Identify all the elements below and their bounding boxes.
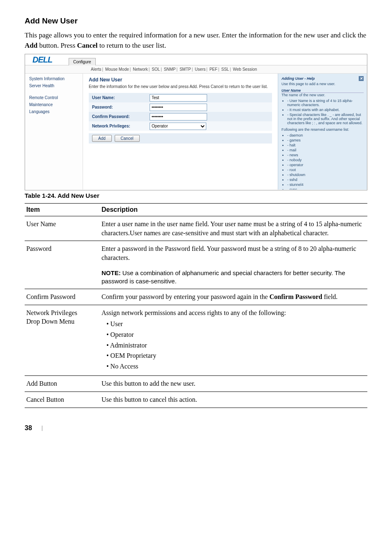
sidebar-item-system-info[interactable]: System Information — [25, 75, 83, 82]
username-input[interactable] — [150, 94, 207, 102]
password-label: Password: — [89, 103, 150, 111]
help-title: Adding User - Help — [281, 76, 315, 81]
subtab-web-session[interactable]: Web Session — [233, 67, 257, 72]
screenshot-sidebar: System Information Server Health Remote … — [25, 74, 83, 190]
help-reserved-item: - daemon — [287, 133, 364, 137]
help-section-username: User Name — [281, 88, 364, 93]
form-subtitle: Enter the information for the new user b… — [89, 84, 272, 89]
subtab-network[interactable]: Network — [133, 67, 148, 72]
help-reserved-item: - stunnel4 — [287, 183, 364, 187]
row-desc-password: Enter a password in the Password field. … — [100, 241, 367, 266]
help-reserved-item: - operator — [287, 163, 364, 167]
intro-text-2: button. Press — [37, 42, 77, 49]
dell-logo: DELL — [32, 55, 52, 65]
help-reserved-item: - halt — [287, 143, 364, 147]
intro-text-3: to return to the user list. — [98, 42, 166, 49]
help-bullet: - User Name is a string of 4 to 15 alpha… — [287, 99, 364, 107]
page-number: 38 — [25, 424, 367, 432]
intro-cancel-bold: Cancel — [77, 42, 98, 49]
screenshot-main: Add New User Enter the information for t… — [83, 74, 278, 190]
bullet-administrator: Administrator — [111, 341, 366, 352]
username-label: User Name: — [89, 94, 150, 102]
sidebar-item-maintenance[interactable]: Maintenance — [25, 101, 83, 108]
section-heading: Add New User — [25, 16, 367, 25]
row-item-username: User Name — [25, 216, 100, 241]
help-reserved-item: - mail — [287, 148, 364, 152]
subtab-alerts[interactable]: Alerts — [91, 67, 101, 72]
row-desc-add-button: Use this button to add the new user. — [100, 376, 367, 392]
subtab-row: Alerts| Mouse Mode| Network| SOL| SNMP| … — [25, 65, 367, 74]
subtab-pef[interactable]: PEF — [210, 67, 217, 72]
subtab-sol[interactable]: SOL — [152, 67, 160, 72]
row-item-add-button: Add Button — [25, 376, 100, 392]
sidebar-item-server-health[interactable]: Server Health — [25, 82, 83, 89]
subtab-mouse-mode[interactable]: Mouse Mode — [105, 67, 129, 72]
row-item-cancel-button: Cancel Button — [25, 392, 100, 408]
help-reserved-item: - shutdown — [287, 173, 364, 177]
bullet-user: User — [111, 320, 366, 330]
tab-configure[interactable]: Configure — [69, 58, 95, 65]
row-desc-network-privileges: Assign network permissions and access ri… — [100, 305, 367, 376]
confirm-password-input[interactable] — [150, 113, 207, 120]
sidebar-item-languages[interactable]: Languages — [25, 108, 83, 115]
bullet-no-access: No Access — [111, 362, 366, 373]
help-reserved-item: - sync — [287, 188, 364, 190]
row-item-password: Password — [25, 241, 100, 266]
help-reserved-item: - news — [287, 153, 364, 157]
form-title: Add New User — [89, 77, 272, 83]
row-note-password: NOTE: Use a combination of alphanumeric … — [100, 266, 367, 289]
col-header-item: Item — [25, 204, 100, 216]
help-reserved-item: - nobody — [287, 158, 364, 162]
screenshot-topbar: DELL Configure — [25, 54, 367, 65]
description-table: Item Description User Name Enter a user … — [25, 203, 367, 408]
cancel-button[interactable]: Cancel — [115, 135, 140, 142]
help-bullet: - It must starts with an alphabet. — [287, 108, 364, 112]
help-reserved-intro: Following are the reserved username list… — [281, 127, 364, 132]
network-privileges-label: Network Privileges: — [89, 122, 150, 130]
help-intro: Use this page to add a new user. — [281, 82, 364, 86]
subtab-ssl[interactable]: SSL — [221, 67, 229, 72]
intro-add-bold: Add — [25, 42, 37, 49]
intro-paragraph: This page allows you to enter the requir… — [25, 30, 367, 51]
note-text: Use a combination of alphanumeric and sp… — [101, 269, 345, 285]
screenshot-figure: DELL Configure Alerts| Mouse Mode| Netwo… — [25, 54, 367, 190]
close-icon[interactable]: ✕ — [359, 76, 364, 81]
col-header-description: Description — [100, 204, 367, 216]
row-item-network-privileges: Network Privileges Drop Down Menu — [25, 305, 100, 376]
help-username-text: The name of the new user. — [281, 93, 364, 97]
table-caption: Table 1-24. Add New User — [25, 192, 367, 199]
subtab-snmp[interactable]: SNMP — [164, 67, 176, 72]
intro-text-1: This page allows you to enter the requir… — [25, 31, 366, 39]
row-desc-username: Enter a user name in the user name field… — [100, 216, 367, 241]
add-button[interactable]: Add — [92, 135, 112, 142]
help-reserved-item: - root — [287, 168, 364, 172]
sidebar-item-remote-control[interactable]: Remote Control — [25, 94, 83, 101]
row-desc-confirm-password: Confirm your password by entering your p… — [100, 289, 367, 305]
subtab-smtp[interactable]: SMTP — [180, 67, 191, 72]
note-label: NOTE: — [101, 269, 121, 276]
password-input[interactable] — [150, 104, 207, 111]
help-bullet: - Special characters like . _ - are allo… — [287, 113, 364, 125]
help-reserved-item: - games — [287, 138, 364, 142]
row-item-confirm-password: Confirm Password — [25, 289, 100, 305]
help-panel: Adding User - Help ✕ Use this page to ad… — [278, 74, 367, 190]
bullet-oem-proprietary: OEM Proprietary — [111, 351, 366, 362]
help-reserved-item: - sshd — [287, 178, 364, 182]
row-desc-cancel-button: Use this button to cancel this action. — [100, 392, 367, 408]
bullet-operator: Operator — [111, 330, 366, 341]
network-privileges-select[interactable]: Operator — [150, 123, 206, 130]
subtab-users[interactable]: Users — [195, 67, 205, 72]
confirm-password-label: Confirm Password: — [89, 113, 150, 120]
